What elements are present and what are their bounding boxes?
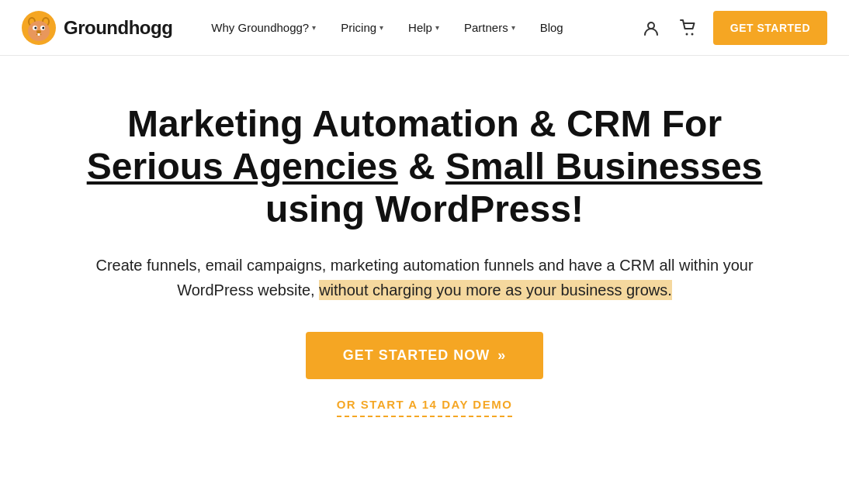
svg-point-9 xyxy=(42,26,44,29)
nav-item-blog[interactable]: Blog xyxy=(529,15,574,40)
get-started-now-button[interactable]: GET STARTED NOW » xyxy=(306,332,544,379)
hero-section: Marketing Automation & CRM For Serious A… xyxy=(0,56,849,448)
svg-point-14 xyxy=(691,33,693,35)
main-nav: Groundhogg Why Groundhogg? ▾ Pricing ▾ H… xyxy=(0,0,849,56)
hero-subtitle: Create funnels, email campaigns, marketi… xyxy=(91,253,758,302)
svg-point-13 xyxy=(685,33,688,35)
nav-links: Why Groundhogg? ▾ Pricing ▾ Help ▾ Partn… xyxy=(200,15,638,40)
nav-item-partners[interactable]: Partners ▾ xyxy=(453,15,526,40)
dashed-underline xyxy=(337,416,513,417)
nav-icons xyxy=(639,16,701,40)
logo-link[interactable]: Groundhogg xyxy=(22,11,172,45)
get-started-nav-button[interactable]: GET STARTED xyxy=(713,11,827,45)
brand-name: Groundhogg xyxy=(64,17,172,39)
logo-icon xyxy=(22,11,56,45)
account-icon[interactable] xyxy=(639,16,664,40)
svg-rect-11 xyxy=(38,33,40,36)
nav-item-why-groundhogg[interactable]: Why Groundhogg? ▾ xyxy=(200,15,327,40)
demo-link[interactable]: OR START A 14 DAY DEMO xyxy=(337,398,513,417)
svg-point-8 xyxy=(34,26,36,29)
chevron-down-icon: ▾ xyxy=(379,23,383,32)
chevron-down-icon: ▾ xyxy=(312,23,316,32)
nav-item-pricing[interactable]: Pricing ▾ xyxy=(330,15,394,40)
double-chevron-icon: » xyxy=(497,347,506,364)
nav-item-help[interactable]: Help ▾ xyxy=(397,15,450,40)
svg-point-10 xyxy=(36,30,41,33)
cart-icon[interactable] xyxy=(676,16,701,40)
hero-title: Marketing Automation & CRM For Serious A… xyxy=(68,102,781,231)
chevron-down-icon: ▾ xyxy=(511,23,515,32)
chevron-down-icon: ▾ xyxy=(435,23,439,32)
svg-point-12 xyxy=(648,22,654,29)
